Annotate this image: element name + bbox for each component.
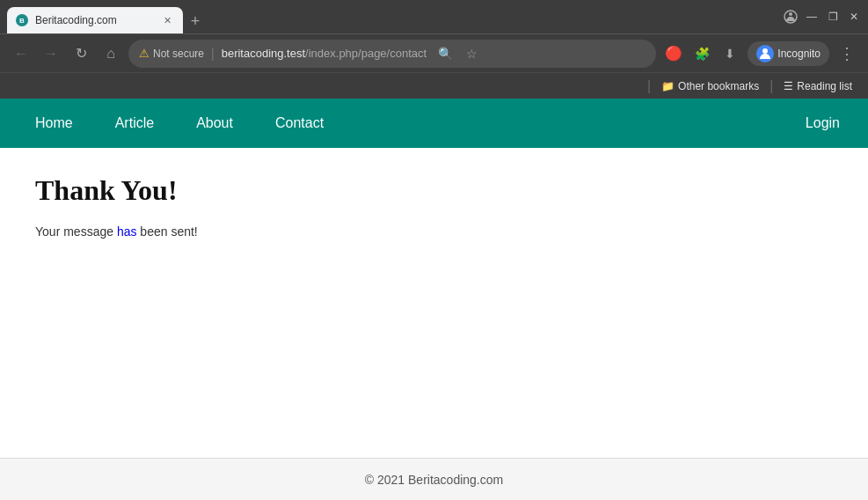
puzzle-extension-icon[interactable]: 🧩 <box>689 41 714 66</box>
folder-icon: 📁 <box>661 80 675 92</box>
url-bar[interactable]: ⚠ Not secure | beritacoding.test/index.p… <box>128 40 656 68</box>
address-bar: ← → ↻ ⌂ ⚠ Not secure | beritacoding.test… <box>0 33 868 72</box>
profile-label: Incognito <box>777 48 821 60</box>
tab-title: Beritacoding.com <box>35 14 153 26</box>
url-actions: 🔍 ☆ <box>434 42 483 65</box>
footer-copyright: © 2021 Beritacoding.com <box>365 473 503 487</box>
bookmark-star-icon[interactable]: ☆ <box>460 42 483 65</box>
maximize-button[interactable]: ❐ <box>826 10 840 24</box>
browser-menu-button[interactable]: ⋮ <box>835 41 859 66</box>
url-domain: beritacoding.test/index.php/page/contact <box>222 47 427 60</box>
profile-button[interactable]: Incognito <box>748 41 829 66</box>
svg-point-2 <box>762 48 768 54</box>
page-content: Thank You! Your message has been sent! <box>0 148 868 458</box>
home-button[interactable]: ⌂ <box>98 41 123 66</box>
download-icon[interactable]: ⬇ <box>718 41 742 66</box>
profile-avatar <box>756 45 774 62</box>
nav-links: Home Article About Contact <box>14 99 791 148</box>
message-highlight: has <box>117 224 137 239</box>
not-secure-label: Not secure <box>153 48 204 60</box>
url-separator: | <box>211 47 215 61</box>
tab-favicon: B <box>16 14 28 26</box>
reading-list-label: Reading list <box>797 80 852 92</box>
svg-point-1 <box>789 12 792 16</box>
reading-list-item[interactable]: ☰ Reading list <box>777 78 859 94</box>
nav-home[interactable]: Home <box>14 99 94 148</box>
site-navigation: Home Article About Contact Login <box>0 99 868 148</box>
minimize-button[interactable]: — <box>805 10 819 24</box>
bookmarks-separator: | <box>647 78 651 94</box>
window-controls: — ❐ ✕ <box>784 10 861 24</box>
active-tab[interactable]: B Beritacoding.com ✕ <box>7 7 183 33</box>
other-bookmarks-label: Other bookmarks <box>678 80 759 92</box>
search-icon[interactable]: 🔍 <box>434 42 456 65</box>
extension-icons: 🔴 🧩 ⬇ <box>661 41 742 66</box>
tab-bar: B Beritacoding.com ✕ + <box>7 0 777 33</box>
nav-contact[interactable]: Contact <box>254 99 345 148</box>
security-warning: ⚠ Not secure <box>139 47 204 60</box>
warning-icon: ⚠ <box>139 47 150 60</box>
close-button[interactable]: ✕ <box>847 10 861 24</box>
reading-list-icon: ☰ <box>784 80 793 92</box>
refresh-button[interactable]: ↻ <box>69 41 93 66</box>
bookmarks-separator-2: | <box>770 78 773 94</box>
title-bar: B Beritacoding.com ✕ + — ❐ ✕ <box>0 0 868 33</box>
red-extension-icon[interactable]: 🔴 <box>661 41 686 66</box>
new-tab-button[interactable]: + <box>183 9 208 33</box>
other-bookmarks-item[interactable]: 📁 Other bookmarks <box>654 78 766 94</box>
thank-you-heading: Thank You! <box>35 174 833 207</box>
nav-login[interactable]: Login <box>791 115 854 131</box>
nav-article[interactable]: Article <box>94 99 175 148</box>
profile-icon-button[interactable] <box>784 10 798 24</box>
forward-button[interactable]: → <box>39 41 63 66</box>
tab-close-button[interactable]: ✕ <box>160 13 174 27</box>
nav-about[interactable]: About <box>175 99 254 148</box>
site-footer: © 2021 Beritacoding.com <box>0 458 868 500</box>
back-button[interactable]: ← <box>9 41 33 66</box>
bookmarks-bar: | 📁 Other bookmarks | ☰ Reading list <box>0 72 868 99</box>
browser-window: B Beritacoding.com ✕ + — ❐ ✕ ← → ↻ ⌂ <box>0 0 868 500</box>
message-part2: been sent! <box>136 224 197 239</box>
url-path-text: /index.php/page/contact <box>305 47 427 60</box>
message-part1: Your message <box>35 224 117 239</box>
webpage: Home Article About Contact Login Thank Y… <box>0 99 868 500</box>
url-domain-text: beritacoding.test <box>222 47 305 60</box>
thank-you-message: Your message has been sent! <box>35 224 833 239</box>
